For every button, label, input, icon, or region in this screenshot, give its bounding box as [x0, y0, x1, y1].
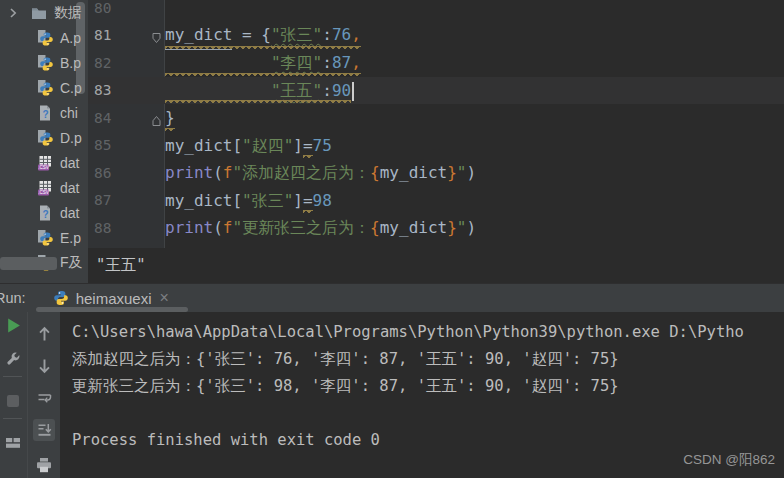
chevron-right-icon[interactable] — [7, 6, 21, 20]
project-tree-item[interactable]: .CSVdat — [0, 150, 88, 175]
code-token: "张三" — [242, 187, 293, 215]
run-body: C:\Users\hawa\AppData\Local\Programs\Pyt… — [0, 312, 784, 478]
code-text[interactable]: my_dict = {"张三":76, — [165, 21, 361, 50]
editor-line[interactable]: 80 — [88, 0, 784, 22]
up-button[interactable] — [33, 322, 55, 344]
code-token — [165, 49, 271, 77]
close-icon[interactable]: × — [160, 290, 169, 306]
code-token: " — [457, 159, 467, 187]
csv-file-icon: .CSV — [37, 180, 54, 196]
code-token: 98 — [313, 187, 332, 215]
console-line: 更新张三之后为：{'张三': 98, '李四': 87, '王五': 90, '… — [72, 373, 784, 400]
editor-line[interactable]: 87my_dict["张三"]=98 — [88, 187, 784, 215]
code-token: "更新张三之后为： — [232, 214, 370, 242]
code-token: = — [303, 187, 313, 215]
code-token: my_dict — [165, 21, 232, 50]
project-tree-item[interactable]: A.p — [0, 25, 88, 50]
fold-end-icon[interactable] — [152, 112, 161, 123]
project-tree-item[interactable]: B.p — [0, 50, 88, 75]
down-button[interactable] — [33, 355, 55, 377]
project-tree-item-label: dat — [60, 180, 79, 196]
project-tree-item[interactable]: .CSVdat — [0, 175, 88, 200]
fold-start-icon[interactable] — [152, 30, 161, 41]
toolbar-divider — [3, 418, 22, 419]
code-token — [165, 77, 271, 105]
code-token: f — [223, 159, 233, 187]
editor-line[interactable]: 82 "李四":87, — [88, 49, 784, 77]
editor-line[interactable]: 86print(f"添加赵四之后为：{my_dict}") — [88, 159, 784, 187]
code-text[interactable]: print(f"更新张三之后为：{my_dict}") — [165, 214, 476, 242]
code-text[interactable]: print(f"添加赵四之后为：{my_dict}") — [165, 159, 476, 187]
code-editor[interactable]: 8081my_dict = {"张三":76,82 "李四":87,83 "王五… — [88, 0, 784, 248]
code-text[interactable]: my_dict["赵四"]=75 — [165, 132, 332, 160]
code-text[interactable]: "李四":87, — [165, 49, 361, 77]
code-token: 90 — [332, 77, 351, 105]
code-token: 87 — [332, 49, 351, 77]
python-file-icon — [37, 130, 54, 146]
console-line: C:\Users\hawa\AppData\Local\Programs\Pyt… — [72, 319, 784, 346]
project-tree-item[interactable]: 数据 — [0, 0, 88, 25]
code-token: 75 — [313, 132, 332, 160]
project-tree-item-label: F及 — [60, 254, 83, 272]
line-gutter: 85 — [88, 132, 165, 160]
code-token: = — [303, 132, 313, 160]
code-token: print — [165, 159, 213, 187]
code-token: "张三" — [271, 21, 322, 49]
run-tab-heimaxuexi[interactable]: heimaxuexi × — [53, 290, 169, 307]
code-text[interactable]: "王五":90 — [165, 77, 354, 105]
editor-line[interactable]: 84} — [88, 104, 784, 132]
up-icon — [37, 325, 52, 342]
editor-line[interactable]: 81my_dict = {"张三":76, — [88, 22, 784, 50]
line-number: 87 — [94, 192, 111, 208]
scroll-to-end-icon — [36, 422, 53, 438]
svg-text:?: ? — [42, 209, 48, 220]
unknown-file-icon: ? — [37, 105, 54, 121]
project-tree-horizontal-scrollbar[interactable] — [0, 257, 57, 270]
code-token: print — [165, 214, 213, 242]
project-tree-item[interactable]: ?dat — [0, 200, 88, 225]
python-file-icon — [37, 80, 54, 96]
watermark: CSDN @阳862 — [683, 451, 775, 469]
code-token: ] — [293, 132, 303, 160]
run-console[interactable]: C:\Users\hawa\AppData\Local\Programs\Pyt… — [60, 312, 784, 478]
editor-line[interactable]: 88print(f"更新张三之后为：{my_dict}") — [88, 214, 784, 242]
scroll-to-end-button[interactable] — [33, 419, 55, 441]
restore-layout-button[interactable] — [2, 432, 24, 454]
project-tree-item-label: dat — [60, 155, 79, 171]
code-text[interactable]: } — [165, 104, 175, 132]
editor-bottom-strip: "王五" — [88, 248, 784, 283]
wrench-icon — [5, 351, 21, 367]
line-gutter: 84 — [88, 104, 165, 132]
code-token: ) — [466, 214, 476, 242]
line-gutter: 83 — [88, 77, 165, 105]
run-tab-title: heimaxuexi — [76, 290, 152, 307]
project-tree-item[interactable]: ?chi — [0, 100, 88, 125]
code-token: , — [351, 21, 361, 49]
toolbar-divider — [3, 376, 22, 377]
code-token: } — [447, 159, 457, 187]
code-text[interactable]: my_dict["张三"]=98 — [165, 187, 332, 215]
line-number: 82 — [94, 55, 111, 71]
project-tree-item[interactable]: D.p — [0, 125, 88, 150]
soft-wrap-button[interactable] — [33, 388, 55, 410]
line-number: 88 — [94, 220, 111, 236]
editor-line[interactable]: 85my_dict["赵四"]=75 — [88, 132, 784, 160]
print-icon — [36, 458, 52, 473]
line-number: 85 — [94, 137, 111, 153]
project-tree-item-label: D.p — [60, 130, 82, 146]
project-tree-item-label: E.p — [60, 230, 81, 246]
code-token: " — [457, 214, 467, 242]
stop-button[interactable] — [2, 390, 24, 412]
run-header: Run: heimaxuexi × — [0, 284, 784, 312]
code-token: my_dict — [380, 214, 447, 242]
line-gutter: 87 — [88, 187, 165, 215]
print-button[interactable] — [33, 454, 55, 476]
run-button[interactable] — [2, 314, 24, 336]
python-file-icon — [37, 30, 54, 46]
editor-line[interactable]: 83 "王五":90 — [88, 77, 784, 105]
wrench-button[interactable] — [2, 348, 24, 370]
project-tree-item[interactable]: C.p — [0, 75, 88, 100]
project-tree-vertical-scrollbar[interactable] — [76, 2, 85, 94]
project-tree-item[interactable]: E.p — [0, 225, 88, 250]
code-token: } — [447, 214, 457, 242]
